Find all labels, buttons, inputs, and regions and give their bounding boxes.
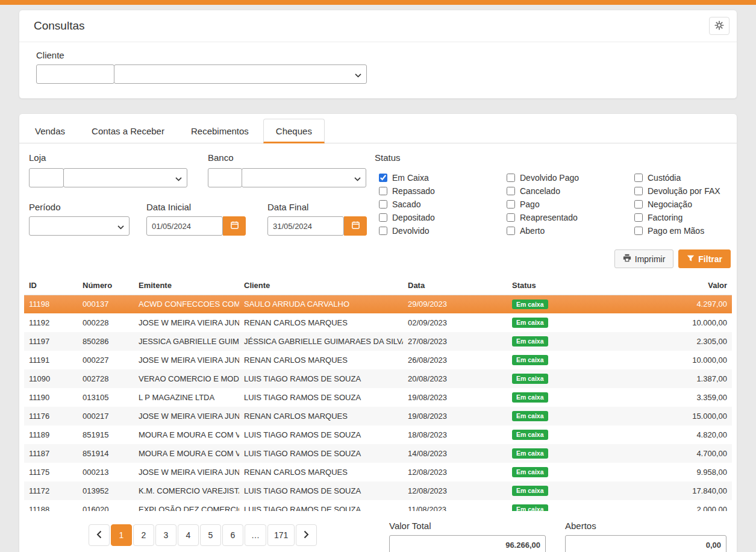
cell-id: 11190 — [24, 388, 78, 407]
status-checkbox[interactable] — [634, 187, 643, 195]
cliente-select[interactable] — [114, 64, 367, 84]
cell-status: Em caixa — [507, 481, 604, 500]
status-option-label: Sacado — [392, 199, 420, 209]
tab-vendas[interactable]: Vendas — [23, 119, 77, 143]
table-row[interactable]: 11190013105L P MAGAZINE LTDALUIS TIAGO R… — [24, 388, 732, 407]
status-checkbox[interactable] — [507, 213, 515, 222]
pagination-prev[interactable] — [89, 524, 110, 546]
status-option[interactable]: Em Caixa — [379, 171, 507, 184]
filtrar-button[interactable]: Filtrar — [678, 249, 731, 268]
tab-recebimentos[interactable]: Recebimentos — [179, 119, 261, 143]
data-final-calendar-button[interactable] — [344, 216, 367, 236]
cell-status: Em caixa — [507, 295, 604, 313]
loja-code-input[interactable] — [29, 168, 64, 187]
cliente-code-input[interactable] — [36, 64, 114, 84]
table-row[interactable]: 11198000137ACWD CONFECCOES COMER…SAULO A… — [24, 295, 732, 313]
tab-contas-a-receber[interactable]: Contas a Receber — [80, 119, 177, 143]
cell-status: Em caixa — [507, 463, 604, 481]
status-option[interactable]: Reapresentado — [507, 211, 634, 224]
status-checkbox[interactable] — [507, 187, 515, 195]
cell-data: 29/09/2023 — [403, 295, 507, 313]
valor-total-field[interactable] — [389, 535, 546, 552]
status-checkbox[interactable] — [507, 200, 515, 209]
cell-emitente: JOSE W MEIRA VIEIRA JUNIOR — [134, 351, 239, 369]
loja-select[interactable] — [63, 168, 187, 187]
status-badge: Em caixa — [512, 300, 548, 310]
cell-cliente: LUIS TIAGO RAMOS DE SOUZA — [239, 444, 403, 463]
status-option[interactable]: Negociação — [634, 198, 720, 211]
status-checkbox[interactable] — [379, 200, 387, 209]
pagination-page-6[interactable]: 6 — [222, 524, 243, 546]
pagination-page-5[interactable]: 5 — [200, 524, 221, 546]
table-row[interactable]: 11188016020EXPLOSÃO DEZ COMERCIO…LUIS TI… — [24, 500, 732, 511]
pagination-page-171[interactable]: 171 — [267, 524, 295, 546]
status-checkbox[interactable] — [634, 174, 643, 182]
filtrar-label: Filtrar — [698, 254, 722, 264]
banco-select[interactable] — [242, 168, 366, 187]
periodo-select[interactable] — [29, 216, 130, 236]
abertos-field[interactable] — [565, 535, 726, 552]
status-option[interactable]: Pago em Mãos — [634, 224, 720, 237]
status-option[interactable]: Devolução por FAX — [634, 184, 720, 198]
table-row[interactable]: 11189851915MOURA E MOURA E COM VA…LUIS T… — [24, 425, 732, 444]
status-option[interactable]: Devolvido Pago — [507, 171, 634, 184]
column-header-número: Número — [78, 276, 134, 295]
status-option[interactable]: Devolvido — [379, 224, 507, 237]
calendar-icon — [230, 221, 239, 231]
status-checkbox[interactable] — [379, 227, 387, 235]
table-row[interactable]: 11192000228JOSE W MEIRA VIEIRA JUNIORREN… — [24, 313, 732, 332]
chevron-right-icon — [304, 530, 309, 541]
imprimir-button[interactable]: Imprimir — [614, 249, 674, 268]
pagination-page-2[interactable]: 2 — [133, 524, 154, 546]
status-checkbox[interactable] — [634, 213, 643, 222]
status-checkbox[interactable] — [507, 227, 515, 235]
pagination-page-4[interactable]: 4 — [178, 524, 199, 546]
status-option[interactable]: Cancelado — [507, 184, 634, 198]
status-checkbox[interactable] — [634, 200, 643, 209]
status-checkbox[interactable] — [634, 227, 643, 235]
table-row[interactable]: 11197850286JESSICA GABRIELLE GUIMA…JÉSSI… — [24, 332, 732, 351]
status-checkbox[interactable] — [379, 213, 387, 222]
table-row[interactable]: 11187851914MOURA E MOURA E COM VA…LUIS T… — [24, 444, 732, 463]
status-option[interactable]: Repassado — [379, 184, 507, 198]
status-checkbox[interactable] — [379, 187, 387, 195]
calendar-icon — [351, 221, 360, 231]
status-option[interactable]: Pago — [507, 198, 634, 211]
status-option[interactable]: Custódia — [634, 171, 720, 184]
valor-total-label: Valor Total — [389, 521, 431, 531]
tab-cheques[interactable]: Cheques — [263, 119, 325, 143]
data-inicial-calendar-button[interactable] — [223, 216, 246, 236]
data-inicial-input[interactable] — [146, 216, 223, 236]
cell-data: 18/08/2023 — [403, 425, 507, 444]
column-header-status: Status — [507, 276, 604, 295]
status-option[interactable]: Aberto — [507, 224, 634, 237]
cell-status: Em caixa — [507, 369, 604, 388]
data-final-input[interactable] — [267, 216, 344, 236]
cell-cliente: LUIS TIAGO RAMOS DE SOUZA — [239, 500, 403, 511]
table-row[interactable]: 11176000217JOSE W MEIRA VIEIRA JUNIORREN… — [24, 407, 732, 425]
footer: 123456…171 Registros: 2553 Valor Total A… — [19, 517, 737, 552]
status-checkbox[interactable] — [379, 174, 387, 182]
table-row[interactable]: 11191000227JOSE W MEIRA VIEIRA JUNIORREN… — [24, 351, 732, 369]
status-option[interactable]: Factoring — [634, 211, 720, 224]
cell-numero: 000227 — [78, 351, 134, 369]
status-option-label: Depositado — [392, 213, 435, 222]
table-row[interactable]: 11175000213JOSE W MEIRA VIEIRA JUNIORREN… — [24, 463, 732, 481]
pagination-page-3[interactable]: 3 — [155, 524, 177, 546]
cell-data: 19/08/2023 — [403, 407, 507, 425]
status-badge: Em caixa — [512, 374, 548, 384]
status-checkbox[interactable] — [507, 174, 515, 182]
settings-button[interactable] — [709, 17, 729, 35]
pagination-page-1[interactable]: 1 — [111, 524, 132, 546]
pagination-ellipsis: … — [245, 524, 266, 546]
pagination-next[interactable] — [296, 524, 317, 546]
status-option-label: Negociação — [648, 199, 692, 209]
status-option[interactable]: Sacado — [379, 198, 507, 211]
status-option[interactable]: Depositado — [379, 211, 507, 224]
cell-cliente: LUIS TIAGO RAMOS DE SOUZA — [239, 369, 403, 388]
cell-valor: 2.000,00 — [604, 500, 732, 511]
table-row[interactable]: 11172013952K.M. COMERCIO VAREJISTA …LUIS… — [24, 481, 732, 500]
table-row[interactable]: 11090002728VERAO COMERCIO E MODAS…LUIS T… — [24, 369, 732, 388]
cell-numero: 013105 — [78, 388, 134, 407]
banco-code-input[interactable] — [208, 168, 242, 187]
